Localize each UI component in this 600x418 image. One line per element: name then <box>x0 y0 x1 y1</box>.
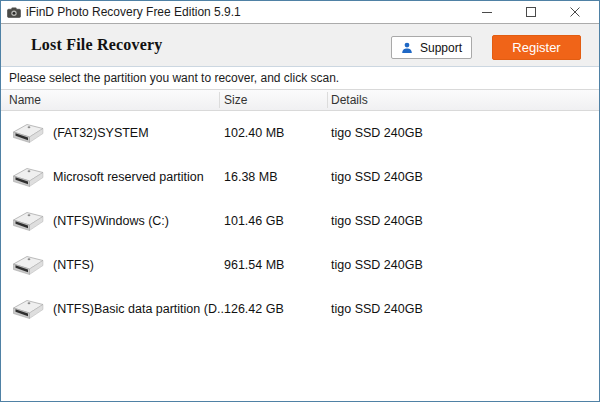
drive-icon <box>10 163 46 195</box>
maximize-button[interactable] <box>509 1 553 23</box>
partition-name: (NTFS) <box>53 258 94 272</box>
partition-name: (NTFS)Windows (C:) <box>53 214 169 228</box>
app-logo-icon <box>7 7 21 18</box>
page-title: Lost File Recovery <box>31 36 163 54</box>
drive-icon <box>10 207 46 239</box>
instruction-text: Please select the partition you want to … <box>1 67 599 89</box>
partition-size: 16.38 MB <box>224 170 278 184</box>
app-window: iFinD Photo Recovery Free Edition 5.9.1 … <box>0 0 600 402</box>
minimize-icon <box>482 7 492 17</box>
app-header: Lost File Recovery Support Register <box>1 23 599 67</box>
partition-size: 961.54 MB <box>224 258 284 272</box>
table-row[interactable]: (NTFS)Basic data partition (D... 126.42 … <box>1 287 599 331</box>
support-person-icon <box>401 42 413 54</box>
drive-icon <box>10 119 46 151</box>
window-controls <box>465 1 597 23</box>
screen: iFinD Photo Recovery Free Edition 5.9.1 … <box>0 0 600 418</box>
partition-size: 101.46 GB <box>224 214 284 228</box>
register-button[interactable]: Register <box>492 35 581 60</box>
partition-details: tigo SSD 240GB <box>331 170 423 184</box>
maximize-icon <box>526 7 536 17</box>
table-row[interactable]: (NTFS) 961.54 MB tigo SSD 240GB <box>1 243 599 287</box>
partition-name: (NTFS)Basic data partition (D... <box>53 302 225 316</box>
column-header-name[interactable]: Name <box>9 93 41 107</box>
drive-icon <box>10 295 46 327</box>
partition-details: tigo SSD 240GB <box>331 258 423 272</box>
title-bar[interactable]: iFinD Photo Recovery Free Edition 5.9.1 <box>1 1 599 23</box>
drive-icon <box>10 251 46 283</box>
partition-size: 126.42 GB <box>224 302 284 316</box>
table-row[interactable]: (FAT32)SYSTEM 102.40 MB tigo SSD 240GB <box>1 111 599 155</box>
partition-details: tigo SSD 240GB <box>331 302 423 316</box>
column-header-details[interactable]: Details <box>331 93 368 107</box>
support-button-label: Support <box>420 41 462 55</box>
table-row[interactable]: (NTFS)Windows (C:) 101.46 GB tigo SSD 24… <box>1 199 599 243</box>
column-header-size[interactable]: Size <box>224 93 247 107</box>
partition-size: 102.40 MB <box>224 126 284 140</box>
window-title: iFinD Photo Recovery Free Edition 5.9.1 <box>26 5 241 19</box>
register-button-label: Register <box>512 40 560 55</box>
partition-details: tigo SSD 240GB <box>331 126 423 140</box>
partition-list: (FAT32)SYSTEM 102.40 MB tigo SSD 240GB M… <box>1 111 599 401</box>
close-button[interactable] <box>553 1 597 23</box>
table-header: Name Size Details <box>1 89 599 111</box>
minimize-button[interactable] <box>465 1 509 23</box>
support-button[interactable]: Support <box>391 36 472 59</box>
partition-name: (FAT32)SYSTEM <box>53 126 149 140</box>
column-separator <box>219 92 220 108</box>
partition-name: Microsoft reserved partition <box>53 170 204 184</box>
close-icon <box>570 7 580 17</box>
column-separator <box>327 92 328 108</box>
partition-details: tigo SSD 240GB <box>331 214 423 228</box>
table-row[interactable]: Microsoft reserved partition 16.38 MB ti… <box>1 155 599 199</box>
